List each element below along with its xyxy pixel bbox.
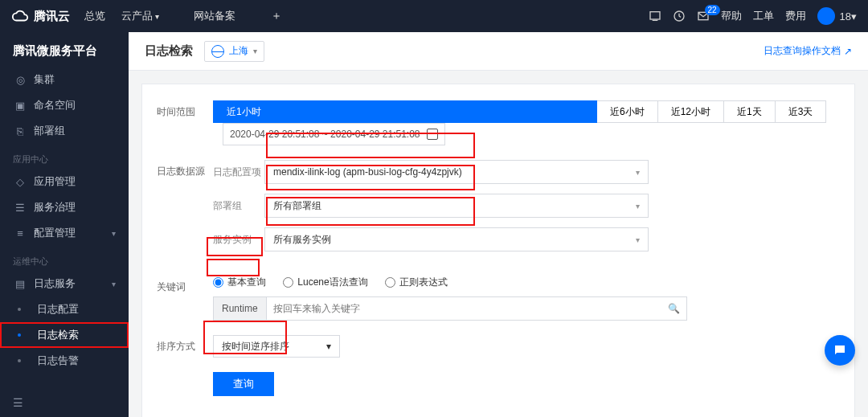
- top-help[interactable]: 帮助: [721, 9, 742, 23]
- chevron-down-icon: ▾: [253, 47, 257, 55]
- chevron-down-icon: ▾: [636, 202, 640, 211]
- keyword-tag[interactable]: Runtime: [214, 297, 267, 320]
- user-menu[interactable]: 18 ▾: [817, 7, 857, 25]
- svg-rect-0: [650, 12, 660, 19]
- chat-fab[interactable]: [825, 335, 855, 366]
- chevron-down-icon: ▾: [636, 168, 640, 177]
- select-log-config[interactable]: mendix-ilink-log (apm-busi-log-cfg-4y4zp…: [264, 160, 649, 184]
- chevron-down-icon: ▾: [112, 229, 116, 238]
- config-icon: ≡: [13, 227, 27, 239]
- collapse-sidebar-icon[interactable]: ☰: [13, 396, 23, 409]
- sidebar-item-log-alert[interactable]: 日志告警: [0, 348, 129, 374]
- top-nav: 总览 云产品 网站备案 ＋: [84, 9, 295, 23]
- nav-overview[interactable]: 总览: [84, 9, 105, 23]
- nav-beian[interactable]: 网站备案: [194, 9, 235, 23]
- search-panel: 时间范围 近1小时 近6小时 近12小时 近1天 近3天 2020-04-29 …: [141, 84, 855, 417]
- sidebar-item-log-config[interactable]: 日志配置: [0, 296, 129, 322]
- top-work-order[interactable]: 工单: [753, 9, 774, 23]
- time-btn-12h[interactable]: 近12小时: [658, 100, 724, 123]
- main: 日志检索 上海 ▾ 日志查询操作文档↗ 时间范围 近1小时 近6小时 近12小时…: [129, 32, 868, 417]
- row-sort: 排序方式 按时间逆序排序▾: [157, 335, 840, 358]
- time-btn-1h[interactable]: 近1小时: [213, 100, 597, 123]
- time-btn-3d[interactable]: 近3天: [776, 100, 827, 123]
- cloud-logo-icon: [11, 7, 29, 25]
- globe-icon: [211, 45, 224, 58]
- sidebar-group-app-center: 应用中心: [0, 144, 129, 169]
- sidebar: 腾讯微服务平台 ◎集群 ▣命名空间 ⎘部署组 应用中心 ◇应用管理 ☰服务治理 …: [0, 32, 129, 417]
- console-icon[interactable]: [649, 10, 661, 22]
- search-icon[interactable]: 🔍: [661, 303, 686, 314]
- namespace-icon: ▣: [13, 100, 27, 112]
- label-log-config: 日志配置项: [213, 166, 264, 179]
- keyword-input[interactable]: [267, 303, 661, 314]
- sidebar-item-deploy-group[interactable]: ⎘部署组: [0, 118, 129, 144]
- label-sort: 排序方式: [157, 335, 213, 354]
- sidebar-item-config-mgmt[interactable]: ≡配置管理▾: [0, 220, 129, 246]
- region-name: 上海: [229, 44, 248, 58]
- brand-text: 腾讯云: [34, 9, 70, 24]
- page-header: 日志检索 上海 ▾ 日志查询操作文档↗: [129, 32, 868, 71]
- radio-regex[interactable]: 正则表达式: [385, 276, 448, 289]
- top-bar: 腾讯云 总览 云产品 网站备案 ＋ 22 帮助 工单 费用 18 ▾: [0, 0, 868, 32]
- result-table-header: 日志产生时间 主机IP 所在部署组 实例ID 日志内容 操作: [157, 411, 840, 417]
- top-right: 22 帮助 工单 费用 18 ▾: [649, 7, 857, 25]
- platform-title: 腾讯微服务平台: [0, 32, 129, 67]
- chevron-down-icon: ▾: [326, 341, 331, 352]
- time-button-group: 近1小时 近6小时 近12小时 近1天 近3天: [213, 100, 826, 123]
- external-link-icon: ↗: [844, 46, 852, 57]
- chevron-down-icon: ▾: [112, 280, 116, 288]
- mail-badge: 22: [705, 5, 720, 15]
- doc-link[interactable]: 日志查询操作文档↗: [764, 44, 852, 58]
- mail-icon[interactable]: 22: [697, 10, 710, 22]
- select-deploy-group[interactable]: 所有部署组▾: [264, 194, 649, 218]
- query-mode-radios: 基本查询 Lucene语法查询 正则表达式: [213, 276, 840, 290]
- sidebar-item-app-mgmt[interactable]: ◇应用管理: [0, 169, 129, 194]
- radio-basic[interactable]: 基本查询: [213, 276, 266, 289]
- row-submit: 查询: [157, 372, 840, 396]
- highlight-box: [207, 259, 260, 276]
- sidebar-item-log-service[interactable]: ▤日志服务▾: [0, 271, 129, 296]
- service-icon: ☰: [13, 202, 27, 214]
- chevron-down-icon: ▾: [636, 235, 640, 244]
- date-range-text: 2020-04-29 20:51:08 ~ 2020-04-29 21:51:0…: [230, 129, 420, 140]
- date-range-picker[interactable]: 2020-04-29 20:51:08 ~ 2020-04-29 21:51:0…: [223, 123, 445, 145]
- select-instance[interactable]: 所有服务实例▾: [264, 227, 649, 251]
- app-icon: ◇: [13, 176, 27, 188]
- deploy-icon: ⎘: [13, 125, 27, 137]
- label-datasource: 日志数据源: [157, 160, 213, 178]
- label-deploy-group: 部署组: [213, 199, 264, 213]
- nav-add-icon[interactable]: ＋: [271, 9, 282, 23]
- sidebar-item-log-search[interactable]: 日志检索: [0, 322, 129, 348]
- radio-lucene[interactable]: Lucene语法查询: [283, 276, 367, 289]
- region-selector[interactable]: 上海 ▾: [204, 41, 264, 62]
- sidebar-item-namespace[interactable]: ▣命名空间: [0, 92, 129, 118]
- row-datasource: 日志数据源 日志配置项 mendix-ilink-log (apm-busi-l…: [157, 160, 840, 261]
- sidebar-item-svc-govern[interactable]: ☰服务治理: [0, 194, 129, 220]
- query-button[interactable]: 查询: [213, 372, 274, 396]
- time-btn-1d[interactable]: 近1天: [724, 100, 776, 123]
- page-title: 日志检索: [145, 43, 193, 59]
- cluster-icon: ◎: [13, 74, 27, 86]
- row-time: 时间范围 近1小时 近6小时 近12小时 近1天 近3天 2020-04-29 …: [157, 100, 840, 145]
- sidebar-group-ops: 运维中心: [0, 246, 129, 271]
- select-sort[interactable]: 按时间逆序排序▾: [213, 335, 340, 358]
- calendar-icon: [427, 129, 438, 140]
- label-time: 时间范围: [157, 100, 213, 119]
- time-btn-6h[interactable]: 近6小时: [597, 100, 658, 123]
- top-fee[interactable]: 费用: [785, 9, 806, 23]
- sidebar-item-cluster[interactable]: ◎集群: [0, 67, 129, 92]
- log-icon: ▤: [13, 278, 27, 290]
- row-keyword: 关键词 基本查询 Lucene语法查询 正则表达式 Runtime 🔍: [157, 276, 840, 321]
- label-instance: 服务实例: [213, 233, 264, 247]
- avatar: [817, 7, 835, 25]
- nav-products[interactable]: 云产品: [121, 9, 159, 23]
- keyword-input-wrap: Runtime 🔍: [213, 296, 687, 321]
- clock-icon[interactable]: [673, 10, 686, 22]
- label-keyword: 关键词: [157, 276, 213, 294]
